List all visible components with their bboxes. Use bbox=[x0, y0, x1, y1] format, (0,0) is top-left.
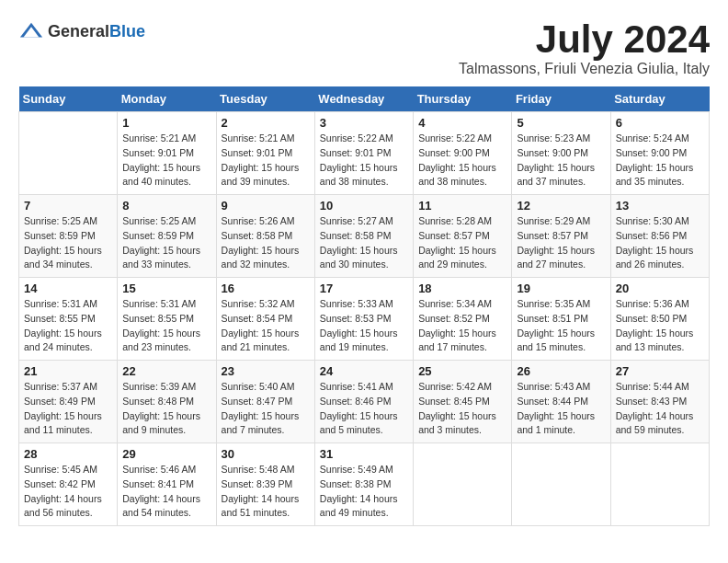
day-info: Sunrise: 5:49 AM Sunset: 8:38 PM Dayligh… bbox=[320, 463, 408, 521]
day-number: 22 bbox=[122, 364, 210, 378]
day-number: 11 bbox=[418, 199, 506, 213]
logo-blue: Blue bbox=[109, 22, 145, 40]
day-number: 29 bbox=[122, 447, 210, 461]
day-number: 16 bbox=[222, 282, 310, 295]
calendar-cell: 31Sunrise: 5:49 AM Sunset: 8:38 PM Dayli… bbox=[314, 443, 413, 526]
day-info: Sunrise: 5:37 AM Sunset: 8:49 PM Dayligh… bbox=[24, 380, 112, 438]
calendar-cell: 2Sunrise: 5:21 AM Sunset: 9:01 PM Daylig… bbox=[216, 112, 314, 195]
day-info: Sunrise: 5:28 AM Sunset: 8:57 PM Dayligh… bbox=[418, 214, 506, 272]
calendar-cell: 24Sunrise: 5:41 AM Sunset: 8:46 PM Dayli… bbox=[314, 361, 413, 443]
day-header-monday: Monday bbox=[118, 86, 216, 112]
day-number: 3 bbox=[320, 116, 408, 130]
day-info: Sunrise: 5:40 AM Sunset: 8:47 PM Dayligh… bbox=[222, 380, 310, 438]
calendar-cell: 30Sunrise: 5:48 AM Sunset: 8:39 PM Dayli… bbox=[216, 443, 314, 526]
week-row-5: 28Sunrise: 5:45 AM Sunset: 8:42 PM Dayli… bbox=[19, 443, 710, 526]
day-info: Sunrise: 5:29 AM Sunset: 8:57 PM Dayligh… bbox=[517, 214, 605, 272]
day-number: 24 bbox=[320, 364, 408, 378]
calendar-cell: 3Sunrise: 5:22 AM Sunset: 9:01 PM Daylig… bbox=[314, 112, 413, 195]
day-header-wednesday: Wednesday bbox=[314, 86, 413, 112]
calendar-cell: 8Sunrise: 5:25 AM Sunset: 8:59 PM Daylig… bbox=[118, 195, 216, 278]
day-number: 13 bbox=[616, 199, 704, 213]
week-row-1: 1Sunrise: 5:21 AM Sunset: 9:01 PM Daylig… bbox=[19, 112, 710, 195]
week-row-4: 21Sunrise: 5:37 AM Sunset: 8:49 PM Dayli… bbox=[19, 361, 710, 443]
day-number: 5 bbox=[517, 116, 605, 130]
day-header-sunday: Sunday bbox=[19, 86, 118, 112]
calendar-cell: 4Sunrise: 5:22 AM Sunset: 9:00 PM Daylig… bbox=[414, 112, 512, 195]
title-area: July 2024 Talmassons, Friuli Venezia Giu… bbox=[459, 18, 710, 77]
day-header-friday: Friday bbox=[512, 86, 610, 112]
calendar-cell: 26Sunrise: 5:43 AM Sunset: 8:44 PM Dayli… bbox=[512, 361, 610, 443]
day-info: Sunrise: 5:33 AM Sunset: 8:53 PM Dayligh… bbox=[320, 297, 408, 355]
day-number: 4 bbox=[418, 116, 506, 130]
day-info: Sunrise: 5:46 AM Sunset: 8:41 PM Dayligh… bbox=[122, 463, 210, 521]
day-number: 21 bbox=[24, 364, 112, 378]
location-subtitle: Talmassons, Friuli Venezia Giulia, Italy bbox=[459, 61, 710, 77]
days-header-row: SundayMondayTuesdayWednesdayThursdayFrid… bbox=[19, 86, 710, 112]
day-info: Sunrise: 5:25 AM Sunset: 8:59 PM Dayligh… bbox=[24, 214, 112, 272]
day-info: Sunrise: 5:35 AM Sunset: 8:51 PM Dayligh… bbox=[517, 297, 605, 355]
day-number: 25 bbox=[418, 364, 506, 378]
calendar-cell: 20Sunrise: 5:36 AM Sunset: 8:50 PM Dayli… bbox=[610, 278, 709, 361]
day-number: 26 bbox=[517, 364, 605, 378]
calendar-table: SundayMondayTuesdayWednesdayThursdayFrid… bbox=[18, 86, 710, 526]
day-info: Sunrise: 5:24 AM Sunset: 9:00 PM Dayligh… bbox=[616, 132, 704, 190]
day-number: 1 bbox=[122, 116, 210, 130]
calendar-cell: 21Sunrise: 5:37 AM Sunset: 8:49 PM Dayli… bbox=[19, 361, 118, 443]
calendar-cell: 11Sunrise: 5:28 AM Sunset: 8:57 PM Dayli… bbox=[414, 195, 512, 278]
day-info: Sunrise: 5:45 AM Sunset: 8:42 PM Dayligh… bbox=[24, 463, 112, 521]
calendar-cell: 19Sunrise: 5:35 AM Sunset: 8:51 PM Dayli… bbox=[512, 278, 610, 361]
day-number: 9 bbox=[222, 199, 310, 213]
day-number: 28 bbox=[24, 447, 112, 461]
day-info: Sunrise: 5:26 AM Sunset: 8:58 PM Dayligh… bbox=[222, 214, 310, 272]
day-number: 6 bbox=[616, 116, 704, 130]
day-number: 27 bbox=[616, 364, 704, 378]
day-number: 18 bbox=[418, 282, 506, 295]
logo-general: General bbox=[48, 22, 109, 40]
page-header: GeneralBlue July 2024 Talmassons, Friuli… bbox=[18, 18, 710, 77]
day-info: Sunrise: 5:48 AM Sunset: 8:39 PM Dayligh… bbox=[222, 463, 310, 521]
day-header-tuesday: Tuesday bbox=[216, 86, 314, 112]
day-number: 20 bbox=[616, 282, 704, 295]
calendar-cell: 29Sunrise: 5:46 AM Sunset: 8:41 PM Dayli… bbox=[118, 443, 216, 526]
month-year-title: July 2024 bbox=[459, 18, 710, 61]
day-info: Sunrise: 5:31 AM Sunset: 8:55 PM Dayligh… bbox=[122, 297, 210, 355]
week-row-3: 14Sunrise: 5:31 AM Sunset: 8:55 PM Dayli… bbox=[19, 278, 710, 361]
day-number: 17 bbox=[320, 282, 408, 295]
day-header-thursday: Thursday bbox=[414, 86, 512, 112]
day-number: 12 bbox=[517, 199, 605, 213]
calendar-cell: 13Sunrise: 5:30 AM Sunset: 8:56 PM Dayli… bbox=[610, 195, 709, 278]
day-info: Sunrise: 5:41 AM Sunset: 8:46 PM Dayligh… bbox=[320, 380, 408, 438]
day-number: 10 bbox=[320, 199, 408, 213]
day-header-saturday: Saturday bbox=[610, 86, 709, 112]
calendar-cell bbox=[610, 443, 709, 526]
day-number: 19 bbox=[517, 282, 605, 295]
day-number: 8 bbox=[122, 199, 210, 213]
calendar-cell: 1Sunrise: 5:21 AM Sunset: 9:01 PM Daylig… bbox=[118, 112, 216, 195]
calendar-cell: 10Sunrise: 5:27 AM Sunset: 8:58 PM Dayli… bbox=[314, 195, 413, 278]
day-info: Sunrise: 5:43 AM Sunset: 8:44 PM Dayligh… bbox=[517, 380, 605, 438]
calendar-cell: 16Sunrise: 5:32 AM Sunset: 8:54 PM Dayli… bbox=[216, 278, 314, 361]
calendar-cell: 22Sunrise: 5:39 AM Sunset: 8:48 PM Dayli… bbox=[118, 361, 216, 443]
day-info: Sunrise: 5:23 AM Sunset: 9:00 PM Dayligh… bbox=[517, 132, 605, 190]
calendar-cell: 14Sunrise: 5:31 AM Sunset: 8:55 PM Dayli… bbox=[19, 278, 118, 361]
logo-icon bbox=[18, 18, 44, 44]
day-info: Sunrise: 5:42 AM Sunset: 8:45 PM Dayligh… bbox=[418, 380, 506, 438]
calendar-cell: 23Sunrise: 5:40 AM Sunset: 8:47 PM Dayli… bbox=[216, 361, 314, 443]
calendar-cell bbox=[19, 112, 118, 195]
day-info: Sunrise: 5:21 AM Sunset: 9:01 PM Dayligh… bbox=[122, 132, 210, 190]
logo: GeneralBlue bbox=[18, 18, 145, 44]
day-number: 7 bbox=[24, 199, 112, 213]
day-info: Sunrise: 5:21 AM Sunset: 9:01 PM Dayligh… bbox=[222, 132, 310, 190]
day-info: Sunrise: 5:27 AM Sunset: 8:58 PM Dayligh… bbox=[320, 214, 408, 272]
calendar-cell bbox=[414, 443, 512, 526]
day-info: Sunrise: 5:25 AM Sunset: 8:59 PM Dayligh… bbox=[122, 214, 210, 272]
calendar-cell: 17Sunrise: 5:33 AM Sunset: 8:53 PM Dayli… bbox=[314, 278, 413, 361]
day-info: Sunrise: 5:31 AM Sunset: 8:55 PM Dayligh… bbox=[24, 297, 112, 355]
day-number: 23 bbox=[222, 364, 310, 378]
calendar-cell bbox=[512, 443, 610, 526]
day-number: 30 bbox=[222, 447, 310, 461]
day-info: Sunrise: 5:22 AM Sunset: 9:01 PM Dayligh… bbox=[320, 132, 408, 190]
day-info: Sunrise: 5:44 AM Sunset: 8:43 PM Dayligh… bbox=[616, 380, 704, 438]
day-number: 14 bbox=[24, 282, 112, 295]
day-info: Sunrise: 5:36 AM Sunset: 8:50 PM Dayligh… bbox=[616, 297, 704, 355]
